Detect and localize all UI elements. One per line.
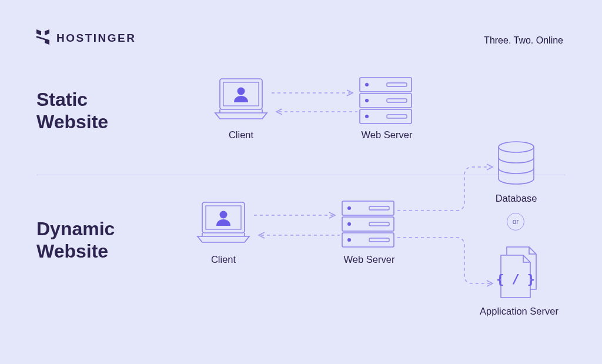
svg-marker-0 xyxy=(36,29,41,35)
dynamic-title-line1: Dynamic xyxy=(36,218,115,239)
arrow-server-to-appserver xyxy=(397,235,497,290)
svg-rect-14 xyxy=(387,83,407,86)
or-connector: or xyxy=(507,213,524,231)
arrow-client-to-server-static xyxy=(272,88,357,99)
svg-point-29 xyxy=(347,238,351,242)
client-label-dynamic: Client xyxy=(206,254,241,265)
static-title-line1: Static xyxy=(36,89,88,110)
section-divider xyxy=(36,175,566,175)
svg-point-5 xyxy=(238,88,245,95)
database-icon xyxy=(495,141,537,188)
web-server-icon-dynamic xyxy=(341,200,395,248)
svg-rect-31 xyxy=(369,222,389,226)
svg-point-21 xyxy=(220,211,228,219)
web-server-label-static: Web Server xyxy=(357,129,416,141)
svg-text:{ / }: { / } xyxy=(496,272,535,286)
svg-point-13 xyxy=(365,115,369,118)
svg-point-28 xyxy=(347,222,351,226)
arrow-server-to-client-dynamic xyxy=(254,231,340,241)
svg-rect-32 xyxy=(369,238,389,242)
or-text: or xyxy=(513,218,519,226)
dynamic-title-line2: Website xyxy=(36,241,108,262)
arrow-server-to-client-static xyxy=(272,107,357,118)
svg-rect-15 xyxy=(387,99,407,102)
brand: HOSTINGER xyxy=(36,29,136,47)
brand-logo-icon xyxy=(36,29,49,47)
svg-point-12 xyxy=(365,99,369,102)
application-server-icon: { / } xyxy=(496,246,542,301)
client-icon xyxy=(212,76,270,123)
web-server-label-dynamic: Web Server xyxy=(340,254,399,265)
static-title-line2: Website xyxy=(36,111,108,132)
database-label: Database xyxy=(489,193,543,204)
svg-point-35 xyxy=(499,142,534,152)
web-server-icon xyxy=(359,76,413,125)
svg-marker-1 xyxy=(45,29,49,35)
client-icon-dynamic xyxy=(194,200,253,247)
svg-point-11 xyxy=(365,83,369,86)
application-server-label: Application Server xyxy=(475,306,563,317)
client-label-static: Client xyxy=(223,129,259,141)
diagram-canvas: HOSTINGER Three. Two. Online Static Webs… xyxy=(0,0,602,364)
svg-rect-16 xyxy=(387,115,407,118)
svg-rect-30 xyxy=(369,206,389,210)
brand-name: HOSTINGER xyxy=(56,32,136,45)
section-title-static: Static Website xyxy=(36,88,108,133)
arrow-server-to-database xyxy=(397,165,497,214)
svg-marker-2 xyxy=(36,36,49,45)
svg-point-27 xyxy=(347,206,351,210)
section-title-dynamic: Dynamic Website xyxy=(36,218,115,263)
arrow-client-to-server-dynamic xyxy=(254,211,340,221)
tagline: Three. Two. Online xyxy=(484,35,563,46)
